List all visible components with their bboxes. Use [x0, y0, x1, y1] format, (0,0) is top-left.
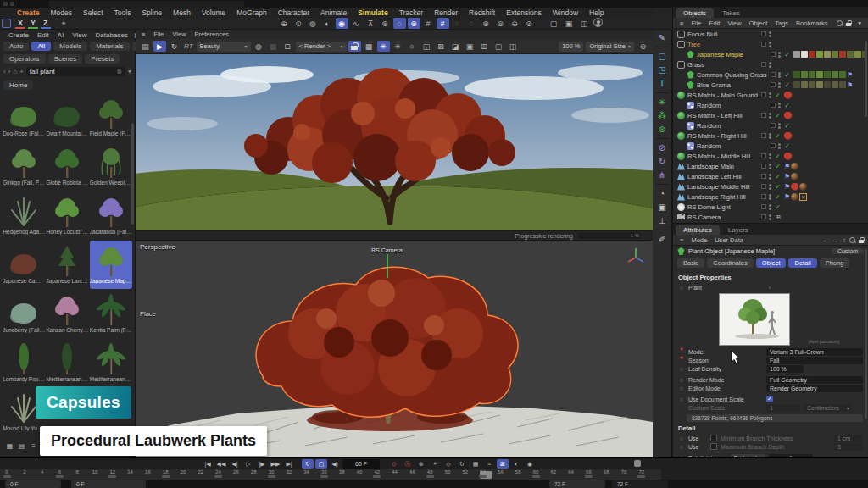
attr-lock-icon[interactable] [859, 236, 864, 242]
render-camera-dropdown[interactable]: < Render >▾ [296, 42, 347, 52]
document-tab[interactable] [49, 1, 244, 8]
visibility-dots-icon[interactable] [778, 103, 781, 108]
aov-icon[interactable]: ◍ [253, 41, 265, 52]
asset-menu-create[interactable]: Create [5, 31, 32, 39]
plant-asset-lombardy[interactable]: Lombardy Poplar (Fall... [3, 339, 45, 387]
pla-icon[interactable]: ≡ [483, 459, 495, 469]
layer-box-icon[interactable] [761, 204, 766, 209]
menu-mesh[interactable]: Mesh [168, 8, 196, 17]
menu-spline[interactable]: Spline [136, 8, 167, 17]
plant-asset-field[interactable]: Field Maple (Fall, Plant) [90, 93, 132, 141]
softbody-icon[interactable]: ◐ [321, 18, 334, 29]
attr-menu-mode[interactable]: Mode [687, 236, 710, 244]
keyframe-selection-icon[interactable]: ⊛ [415, 459, 427, 469]
plant-asset-honey[interactable]: Honey Locust 'Sunbur... [46, 191, 88, 240]
cloth-icon[interactable]: ◍ [307, 18, 320, 29]
custom-button[interactable]: Custom [832, 248, 864, 254]
attribute-scrollbar[interactable] [865, 249, 867, 419]
autokey-icon[interactable]: Ⓐ [402, 459, 414, 469]
om-tab-objects[interactable]: Objects [676, 8, 714, 18]
object-row[interactable]: Tree [673, 39, 868, 49]
material-swatch[interactable] [832, 81, 838, 88]
selection-tool-icon[interactable] [2, 19, 11, 28]
add-image-icon[interactable]: ⊞ [478, 41, 491, 52]
plant-asset-juneberry[interactable]: Juneberry (Fall, Plant) [3, 290, 45, 338]
object-row[interactable]: Focus Null [673, 29, 868, 39]
material-swatch[interactable] [793, 81, 800, 88]
particle-settings-icon[interactable]: ⊚ [494, 18, 507, 29]
asset-scrollbar[interactable] [131, 123, 134, 225]
material-swatch[interactable] [847, 51, 854, 58]
prev-frame-button[interactable]: ◀| [229, 459, 241, 469]
om-menu-view[interactable]: View [724, 19, 744, 27]
material-swatch[interactable] [824, 81, 831, 88]
focus-icon[interactable]: ◱ [420, 41, 433, 52]
field-icon[interactable]: ✳ [655, 96, 670, 108]
motext-icon[interactable]: T [655, 77, 670, 90]
visibility-dots-icon[interactable] [769, 42, 771, 47]
object-label[interactable]: RS Matrix - Middle Hill [687, 152, 759, 160]
scale-icon[interactable]: ◇ [442, 459, 454, 469]
annotation-tag-icon[interactable]: ⚑ [784, 163, 790, 170]
visibility-dots-icon[interactable] [778, 123, 781, 129]
enable-check-icon[interactable]: ✓ [774, 152, 782, 160]
volume-icon[interactable]: ◳ [655, 64, 670, 76]
pv-icon[interactable]: ▢ [492, 41, 505, 52]
perspective-viewport[interactable]: Perspective RS Camera Place [136, 241, 653, 458]
material-tag-icon[interactable] [791, 193, 798, 201]
enable-check-icon[interactable]: ✓ [783, 102, 791, 109]
layer-box-icon[interactable] [771, 82, 776, 87]
material-swatch[interactable] [839, 81, 846, 88]
environment-icon[interactable]: ◔ [655, 187, 670, 200]
object-label[interactable]: Random [697, 122, 768, 130]
spline-pen-icon[interactable]: ✎ [655, 31, 670, 44]
simulation-scene-icon[interactable]: ⊙ [292, 18, 305, 29]
material-swatch[interactable] [839, 51, 846, 58]
om-burger-icon[interactable]: ≡ [676, 19, 687, 27]
snap-key-icon[interactable]: ⊠ [497, 459, 509, 469]
object-row[interactable]: RS Matrix - Right Hill ✓ [673, 130, 868, 141]
section-tab-coordinates[interactable]: Coordinates [707, 258, 753, 268]
material-swatch[interactable] [793, 51, 800, 58]
visibility-dots-icon[interactable] [769, 62, 771, 68]
material-tag-icon[interactable] [799, 183, 807, 191]
object-row[interactable]: Landscape Main ✓ ⚑ [673, 161, 868, 171]
enable-check-icon[interactable]: ✓ [774, 132, 782, 140]
menu-animate[interactable]: Animate [315, 8, 352, 17]
object-row[interactable]: RS Matrix - Middle Hill ✓ [673, 151, 868, 161]
use-document-scale-dot-icon[interactable]: ○ [678, 396, 685, 402]
menu-help[interactable]: Help [584, 8, 609, 17]
visibility-dots-icon[interactable] [769, 184, 771, 190]
plant-asset-kentia[interactable]: Kentia Palm (Fall, Plant) [90, 290, 132, 338]
om-filter-icon[interactable]: ▾ [854, 19, 865, 27]
rope-icon[interactable]: ∿ [350, 18, 363, 29]
search-input[interactable]: fall plant ⊗ [26, 67, 125, 76]
character-icon[interactable]: ⊼ [364, 18, 377, 29]
timeline-ruler[interactable]: 0246810121416182022242628303234363840424… [0, 469, 661, 480]
layer-box-icon[interactable] [771, 143, 776, 148]
coordinate-system-icon[interactable]: ⌖ [58, 18, 70, 29]
section-tab-basic[interactable]: Basic [677, 258, 704, 268]
filter-tab-all[interactable]: All [31, 42, 51, 51]
section-tab-detail[interactable]: Detail [788, 258, 816, 268]
particles-icon[interactable]: ⊛ [480, 18, 492, 29]
goto-start-button[interactable]: |◀ [202, 459, 214, 469]
refresh-icon[interactable]: ↻ [168, 41, 181, 52]
object-label[interactable]: Landscape Main [687, 163, 759, 170]
stop-tag-icon[interactable] [784, 92, 792, 99]
object-label[interactable]: Focus Null [687, 30, 759, 38]
enable-check-icon[interactable]: ✓ [783, 122, 791, 130]
annotation-tag-icon[interactable]: ⚑ [847, 71, 853, 79]
stop-tag-icon[interactable] [784, 132, 792, 140]
rv-menu-file[interactable]: File [150, 30, 167, 38]
render-mode-dropdown[interactable]: Full Geometry [766, 376, 863, 384]
material-swatch[interactable] [793, 71, 800, 78]
expander-icon[interactable]: › [766, 285, 773, 291]
object-label[interactable]: Landscape Middle Hill [687, 183, 759, 191]
tool-tab-operators[interactable]: Operators [3, 54, 46, 64]
rv-menu-preferences[interactable]: Preferences [192, 30, 232, 38]
forward-icon[interactable]: › [8, 68, 11, 75]
compare-icon[interactable]: ✳ [392, 41, 404, 52]
min-branch-use-checkbox[interactable]: ✓ [710, 435, 717, 441]
object-row[interactable]: Common Quaking Grass ✓ ⚑ [673, 69, 868, 80]
